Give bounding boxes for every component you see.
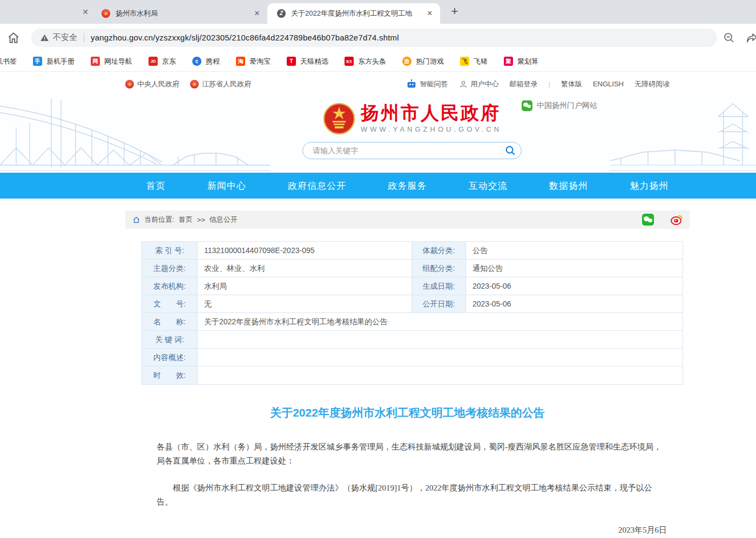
meta-row: 索 引 号: 11321000014407098E-2023-095 体裁分类:… <box>142 242 683 260</box>
address-divider <box>84 33 84 43</box>
share-weibo-icon[interactable] <box>670 214 683 226</box>
link-jiangsu-gov[interactable]: ★ 江苏省人民政府 <box>190 79 251 89</box>
meta-label: 主题分类: <box>142 260 198 277</box>
meta-label: 公开日期: <box>412 295 466 313</box>
link-mail-login[interactable]: 邮箱登录 <box>510 79 538 89</box>
bookmark-item[interactable]: 网 网址导航 <box>91 57 132 66</box>
site-name: 扬州市人民政府 <box>361 103 502 124</box>
meta-value-doc-number: 无 <box>198 295 412 313</box>
meta-row: 名 称: 关于2022年度扬州市水利工程文明工地考核结果的公告 <box>142 313 683 331</box>
link-label: 繁体版 <box>561 79 582 89</box>
bookmark-label: 携程 <box>206 57 220 66</box>
bookmark-label: 天猫精选 <box>300 57 328 66</box>
zoom-out-icon[interactable] <box>723 31 735 44</box>
meta-row: 内容概述: <box>142 349 683 366</box>
tab-close-icon[interactable]: ✕ <box>252 9 262 18</box>
main-navigation: 首页 新闻中心 政府信息公开 政务服务 互动交流 数据扬州 魅力扬州 <box>0 173 756 199</box>
link-label: ENGLISH <box>593 80 624 88</box>
gov-emblem-icon: ★ <box>190 80 199 88</box>
site-search <box>302 142 522 159</box>
bookmark-item[interactable]: 游 热门游戏 <box>402 57 444 66</box>
link-central-gov[interactable]: ★ 中央人民政府 <box>125 79 179 89</box>
meta-value-created-date: 2023-05-06 <box>466 277 683 295</box>
meta-value-group: 通知公告 <box>466 260 683 277</box>
link-label: 用户中心 <box>471 79 499 89</box>
meta-value-index-number: 11321000014407098E-2023-095 <box>198 242 412 260</box>
nav-services[interactable]: 政务服务 <box>388 180 427 192</box>
bookmark-label: 聚划算 <box>517 57 538 66</box>
meta-value-validity <box>198 366 683 384</box>
link-accessible[interactable]: 无障碍阅读 <box>634 79 670 89</box>
bookmark-icon: T <box>287 57 296 66</box>
link-label: 邮箱登录 <box>510 79 538 89</box>
address-bar[interactable]: 不安全 yangzhou.gov.cn/yzszxxgk/slj/202305/… <box>31 29 717 47</box>
site-logo[interactable]: 扬州市人民政府 WWW.YANGZHOU.GOV.CN <box>323 103 502 135</box>
share-wechat-icon[interactable] <box>642 214 654 226</box>
robot-icon <box>406 79 417 89</box>
breadcrumb-section-link[interactable]: 信息公开 <box>210 215 238 224</box>
security-label: 不安全 <box>53 32 77 43</box>
link-user-center[interactable]: 用户中心 <box>459 79 499 89</box>
meta-row: 关 键 词: <box>142 331 683 349</box>
nav-info-disclosure[interactable]: 政府信息公开 <box>288 180 346 192</box>
bookmark-item[interactable]: 淘 爱淘宝 <box>236 57 271 66</box>
bookmark-icon: 游 <box>402 57 411 66</box>
meta-label: 文 号: <box>142 295 198 313</box>
browser-toolbar: 不安全 yangzhou.gov.cn/yzszxxgk/slj/202305/… <box>0 24 756 51</box>
gov-utility-bar: ★ 中央人民政府 ★ 江苏省人民政府 智能问答 用户 <box>0 72 756 96</box>
user-icon <box>459 80 468 88</box>
meta-label: 时 效: <box>142 366 198 384</box>
search-icon[interactable] <box>500 142 521 159</box>
bookmark-item[interactable]: 飞 飞猪 <box>460 57 488 66</box>
breadcrumb-separator: >> <box>197 216 205 224</box>
new-tab-button[interactable]: + <box>447 4 462 19</box>
bookmark-item[interactable]: 聚 聚划算 <box>504 57 538 66</box>
link-traditional[interactable]: 繁体版 <box>561 79 582 89</box>
bookmark-icon: 淘 <box>236 57 245 66</box>
meta-label: 关 键 词: <box>142 331 198 349</box>
breadcrumb: 当前位置: 首页 >> 信息公开 <box>125 210 690 229</box>
warning-icon <box>40 33 49 42</box>
search-input[interactable] <box>303 146 500 155</box>
meta-value-summary <box>198 349 683 366</box>
nav-home[interactable]: 首页 <box>146 180 166 192</box>
security-chip[interactable]: 不安全 <box>40 32 77 43</box>
meta-value-genre: 公告 <box>466 242 683 260</box>
article-paragraph-recipients: 各县（市、区）水利（务）局，扬州经济开发区城乡事务管理局，生态科技新城规划建设局… <box>125 440 690 468</box>
tab-announcement-active[interactable]: Z 关于2022年度扬州市水利工程文明工地 ✕ <box>267 3 440 24</box>
tab-close-icon[interactable]: ✕ <box>425 9 435 18</box>
bookmark-item[interactable]: 东方 东方头条 <box>345 57 386 66</box>
meta-label: 内容概述: <box>142 349 198 366</box>
nav-news[interactable]: 新闻中心 <box>207 180 246 192</box>
divider: | <box>549 80 550 88</box>
meta-value-title: 关于2022年度扬州市水利工程文明工地考核结果的公告 <box>198 313 683 331</box>
bookmark-icon: 手 <box>33 57 42 66</box>
link-label: 无障碍阅读 <box>634 79 670 89</box>
wechat-icon <box>522 100 532 111</box>
bookmark-icon: 东方 <box>345 57 354 66</box>
bookmark-label: 机书签 <box>0 57 17 66</box>
site-favicon: Z <box>277 9 286 18</box>
meta-value-keywords <box>198 331 683 349</box>
bookmark-item[interactable]: T 天猫精选 <box>287 57 328 66</box>
bookmark-item[interactable]: JD 京东 <box>148 57 176 66</box>
link-smart-qa[interactable]: 智能问答 <box>406 79 448 89</box>
bridge-artwork-right <box>610 96 756 173</box>
tab-title: 扬州市水利局 <box>116 9 247 18</box>
breadcrumb-home-link[interactable]: 首页 <box>179 215 193 224</box>
meta-value-agency: 水利局 <box>198 277 412 295</box>
bookmark-item[interactable]: 机书签 <box>0 57 17 66</box>
bridge-artwork-left <box>0 96 270 173</box>
home-icon[interactable] <box>6 31 21 45</box>
portal-link[interactable]: 中国扬州门户网站 <box>522 100 597 111</box>
tab-shuiliju[interactable]: ★ 扬州市水利局 ✕ <box>92 3 267 24</box>
share-icon[interactable] <box>745 31 756 44</box>
nav-charm[interactable]: 魅力扬州 <box>630 180 669 192</box>
bookmark-item[interactable]: 手 新机手册 <box>33 57 75 66</box>
bookmark-item[interactable]: c 携程 <box>192 57 220 66</box>
nav-data[interactable]: 数据扬州 <box>549 180 588 192</box>
breadcrumb-prefix: 当前位置: <box>144 215 174 224</box>
link-english[interactable]: ENGLISH <box>593 80 624 88</box>
tab-close-icon[interactable]: ✕ <box>80 6 91 17</box>
nav-interaction[interactable]: 互动交流 <box>469 180 508 192</box>
